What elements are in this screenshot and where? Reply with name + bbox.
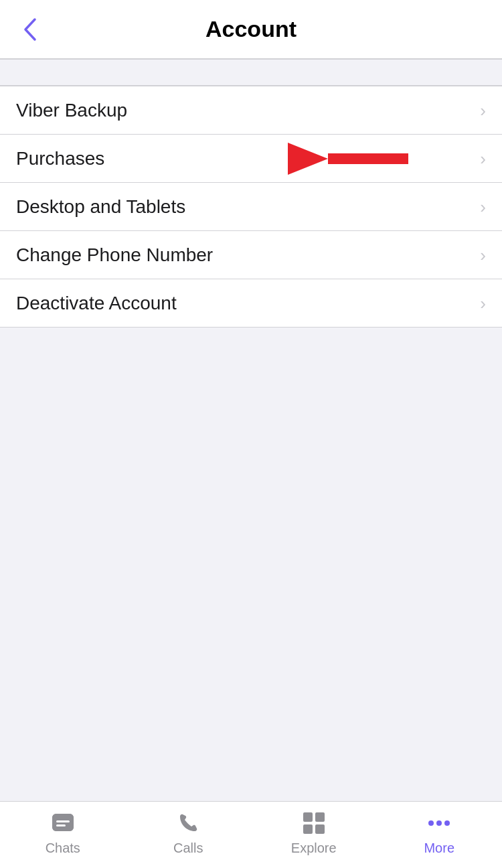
chats-icon [48, 808, 78, 838]
svg-point-10 [428, 820, 434, 826]
header: Account [0, 0, 502, 59]
svg-rect-6 [303, 812, 313, 822]
tab-more-label: More [424, 841, 454, 856]
menu-item-label: Change Phone Number [16, 244, 213, 266]
explore-icon [299, 808, 329, 838]
red-arrow-annotation [288, 140, 422, 177]
chevron-right-icon: › [480, 198, 486, 216]
content-area [0, 328, 502, 801]
svg-rect-7 [315, 812, 325, 822]
svg-rect-4 [56, 820, 70, 822]
calls-icon [173, 808, 203, 838]
red-arrow-icon [288, 140, 422, 177]
tab-bar: Chats Calls Explore [0, 801, 502, 868]
menu-item-desktop-tablets[interactable]: Desktop and Tablets › [0, 183, 502, 231]
chevron-right-icon: › [480, 295, 486, 312]
menu-item-label: Purchases [16, 148, 104, 169]
menu-item-deactivate[interactable]: Deactivate Account › [0, 279, 502, 328]
menu-item-label: Deactivate Account [16, 293, 177, 314]
svg-point-12 [444, 820, 450, 826]
more-icon [424, 808, 454, 838]
chevron-right-icon: › [480, 246, 486, 264]
svg-rect-0 [328, 153, 408, 164]
tab-more[interactable]: More [377, 802, 503, 863]
menu-item-purchases[interactable]: Purchases › [0, 135, 502, 183]
svg-rect-5 [56, 824, 66, 826]
tab-chats-label: Chats [46, 841, 80, 856]
chevron-right-icon: › [480, 102, 486, 119]
chevron-right-icon: › [480, 150, 486, 167]
menu-list: Viber Backup › Purchases › Desktop and T… [0, 86, 502, 328]
page-title: Account [205, 16, 297, 42]
svg-rect-8 [303, 824, 313, 834]
back-icon [21, 17, 37, 42]
menu-item-viber-backup[interactable]: Viber Backup › [0, 86, 502, 135]
menu-item-label: Viber Backup [16, 100, 127, 121]
tab-calls-label: Calls [173, 841, 203, 856]
tab-chats[interactable]: Chats [0, 802, 126, 863]
svg-rect-9 [315, 824, 325, 834]
menu-item-label: Desktop and Tablets [16, 196, 185, 218]
tab-explore[interactable]: Explore [251, 802, 377, 863]
section-spacer [0, 59, 502, 86]
svg-marker-1 [288, 143, 328, 175]
menu-item-change-phone[interactable]: Change Phone Number › [0, 231, 502, 279]
tab-explore-label: Explore [291, 841, 337, 856]
tab-calls[interactable]: Calls [126, 802, 252, 863]
back-button[interactable] [16, 11, 43, 48]
svg-point-11 [436, 820, 442, 826]
